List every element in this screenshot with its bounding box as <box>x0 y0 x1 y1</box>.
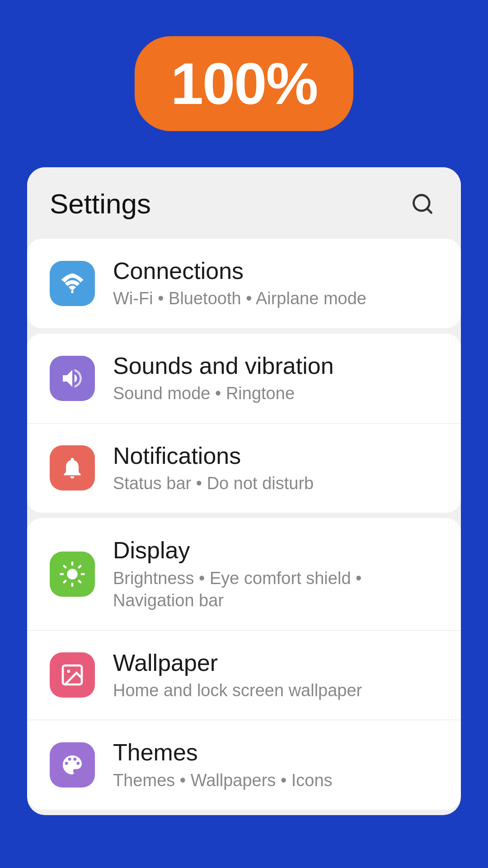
connections-subtitle: Wi-Fi • Bluetooth • Airplane mode <box>113 288 366 310</box>
themes-text: Themes Themes • Wallpapers • Icons <box>113 738 333 792</box>
sounds-text: Sounds and vibration Sound mode • Ringto… <box>113 352 334 405</box>
svg-line-7 <box>79 581 80 582</box>
bell-icon <box>60 455 85 481</box>
settings-group-connections: Connections Wi-Fi • Bluetooth • Airplane… <box>27 239 461 328</box>
settings-item-notifications[interactable]: Notifications Status bar • Do not distur… <box>27 424 461 513</box>
svg-point-13 <box>67 670 70 673</box>
search-icon <box>411 192 434 216</box>
wifi-icon <box>60 271 85 296</box>
themes-subtitle: Themes • Wallpapers • Icons <box>113 769 333 792</box>
svg-line-1 <box>427 208 431 212</box>
notifications-icon-bg <box>50 445 95 491</box>
speaker-icon <box>60 366 85 391</box>
notifications-subtitle: Status bar • Do not disturb <box>113 472 314 495</box>
themes-icon-bg <box>50 742 95 788</box>
svg-line-6 <box>64 566 66 567</box>
settings-item-display[interactable]: Display Brightness • Eye comfort shield … <box>27 518 461 630</box>
connections-text: Connections Wi-Fi • Bluetooth • Airplane… <box>113 257 366 310</box>
page-title: Settings <box>50 188 151 220</box>
settings-card: Settings Connections Wi-Fi • Bluetooth • <box>27 167 461 815</box>
battery-badge: 100% <box>135 36 354 131</box>
settings-item-sounds[interactable]: Sounds and vibration Sound mode • Ringto… <box>27 334 461 424</box>
search-button[interactable] <box>407 188 438 220</box>
sounds-subtitle: Sound mode • Ringtone <box>113 382 334 405</box>
notifications-title: Notifications <box>113 442 314 470</box>
settings-group-sound-notif: Sounds and vibration Sound mode • Ringto… <box>27 334 461 513</box>
image-icon <box>60 662 85 688</box>
battery-percentage: 100% <box>171 50 318 118</box>
wallpaper-icon-bg <box>50 652 95 698</box>
svg-point-3 <box>67 569 77 579</box>
themes-title: Themes <box>113 738 333 766</box>
connections-title: Connections <box>113 257 366 285</box>
notifications-text: Notifications Status bar • Do not distur… <box>113 442 314 495</box>
settings-item-themes[interactable]: Themes Themes • Wallpapers • Icons <box>27 720 461 810</box>
svg-line-10 <box>64 581 66 582</box>
wallpaper-subtitle: Home and lock screen wallpaper <box>113 679 362 702</box>
settings-group-display: Display Brightness • Eye comfort shield … <box>27 518 461 810</box>
connections-icon-bg <box>50 261 95 306</box>
settings-header: Settings <box>27 167 461 233</box>
sun-icon <box>60 561 85 587</box>
display-subtitle: Brightness • Eye comfort shield • Naviga… <box>113 567 438 612</box>
sounds-icon-bg <box>50 356 95 401</box>
themes-icon <box>60 752 85 778</box>
svg-line-11 <box>79 566 80 567</box>
display-title: Display <box>113 536 438 564</box>
settings-item-wallpaper[interactable]: Wallpaper Home and lock screen wallpaper <box>27 631 461 721</box>
wallpaper-title: Wallpaper <box>113 649 362 677</box>
svg-point-2 <box>71 291 74 293</box>
sounds-title: Sounds and vibration <box>113 352 334 380</box>
display-text: Display Brightness • Eye comfort shield … <box>113 536 438 612</box>
settings-item-connections[interactable]: Connections Wi-Fi • Bluetooth • Airplane… <box>27 239 461 328</box>
wallpaper-text: Wallpaper Home and lock screen wallpaper <box>113 649 362 702</box>
display-icon-bg <box>50 552 95 597</box>
